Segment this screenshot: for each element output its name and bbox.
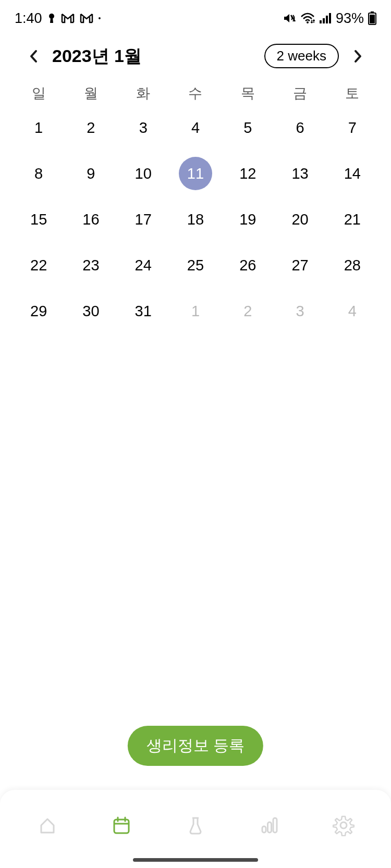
signal-icon xyxy=(319,13,332,23)
weekday-label: 일 xyxy=(13,84,65,103)
weekday-label: 월 xyxy=(65,84,117,103)
calendar-grid: 1234567891011121314151617181920212223242… xyxy=(0,105,391,334)
nav-stats[interactable] xyxy=(249,804,290,846)
day-cell[interactable]: 29 xyxy=(13,288,65,334)
day-cell[interactable]: 15 xyxy=(13,196,65,242)
day-number: 30 xyxy=(82,303,99,320)
day-number: 14 xyxy=(344,165,361,182)
day-cell[interactable]: 22 xyxy=(13,242,65,288)
day-number: 5 xyxy=(243,119,252,137)
day-number: 8 xyxy=(34,165,43,182)
day-cell[interactable]: 31 xyxy=(117,288,169,334)
gmail-icon xyxy=(80,13,93,23)
day-number: 1 xyxy=(191,303,200,320)
gmail-icon xyxy=(61,13,75,23)
day-number: 3 xyxy=(296,303,304,320)
day-cell[interactable]: 11 xyxy=(169,151,222,196)
day-number: 20 xyxy=(291,211,308,228)
status-time: 1:40 xyxy=(15,10,42,27)
day-number: 15 xyxy=(30,211,47,228)
svg-rect-16 xyxy=(273,818,277,833)
day-number: 29 xyxy=(30,303,47,320)
day-cell[interactable]: 2 xyxy=(222,288,274,334)
day-number: 10 xyxy=(135,165,152,182)
day-cell[interactable]: 27 xyxy=(274,242,326,288)
status-left: 1:40 • xyxy=(15,10,101,27)
weekday-label: 목 xyxy=(222,84,274,103)
day-cell[interactable]: 7 xyxy=(326,105,378,151)
day-cell[interactable]: 21 xyxy=(326,196,378,242)
day-cell[interactable]: 25 xyxy=(169,242,222,288)
day-number: 4 xyxy=(191,119,200,137)
weekday-label: 금 xyxy=(274,84,326,103)
svg-point-2 xyxy=(307,21,309,23)
keyhole-icon xyxy=(47,13,56,24)
nav-lab[interactable] xyxy=(175,804,216,846)
day-cell[interactable]: 24 xyxy=(117,242,169,288)
day-cell[interactable]: 28 xyxy=(326,242,378,288)
day-cell[interactable]: 13 xyxy=(274,151,326,196)
day-cell[interactable]: 1 xyxy=(13,105,65,151)
day-number: 31 xyxy=(135,303,152,320)
day-number: 4 xyxy=(348,303,357,320)
dot-icon: • xyxy=(99,14,101,22)
nav-calendar[interactable] xyxy=(101,804,142,846)
wifi-icon xyxy=(300,13,315,24)
day-cell[interactable]: 9 xyxy=(65,151,117,196)
day-cell[interactable]: 30 xyxy=(65,288,117,334)
day-cell[interactable]: 6 xyxy=(274,105,326,151)
day-number: 24 xyxy=(135,257,152,274)
calendar-header: 2023년 1월 2 weeks xyxy=(0,31,391,79)
day-cell[interactable]: 2 xyxy=(65,105,117,151)
nav-home[interactable] xyxy=(27,804,68,846)
day-cell[interactable]: 16 xyxy=(65,196,117,242)
day-number: 6 xyxy=(296,119,304,137)
day-number: 26 xyxy=(239,257,256,274)
day-cell[interactable]: 4 xyxy=(169,105,222,151)
day-cell[interactable]: 26 xyxy=(222,242,274,288)
weekday-label: 수 xyxy=(169,84,222,103)
day-cell[interactable]: 19 xyxy=(222,196,274,242)
month-title: 2023년 1월 xyxy=(52,44,142,68)
register-info-button[interactable]: 생리정보 등록 xyxy=(128,726,263,766)
day-number: 13 xyxy=(291,165,308,182)
day-cell[interactable]: 17 xyxy=(117,196,169,242)
day-cell[interactable]: 1 xyxy=(169,288,222,334)
day-number: 2 xyxy=(243,303,252,320)
day-cell[interactable]: 10 xyxy=(117,151,169,196)
day-number: 21 xyxy=(344,211,361,228)
status-bar: 1:40 • 93% xyxy=(0,0,391,31)
day-number: 17 xyxy=(135,211,152,228)
day-number: 3 xyxy=(139,119,148,137)
status-right: 93% xyxy=(283,10,376,27)
day-cell[interactable]: 12 xyxy=(222,151,274,196)
day-number: 16 xyxy=(82,211,99,228)
nav-settings[interactable] xyxy=(323,804,364,846)
day-number: 25 xyxy=(187,257,204,274)
day-cell[interactable]: 4 xyxy=(326,288,378,334)
svg-rect-3 xyxy=(320,20,322,23)
day-cell[interactable]: 5 xyxy=(222,105,274,151)
day-cell[interactable]: 18 xyxy=(169,196,222,242)
view-toggle-button[interactable]: 2 weeks xyxy=(264,44,339,68)
svg-rect-4 xyxy=(323,18,325,23)
day-cell[interactable]: 3 xyxy=(117,105,169,151)
svg-rect-10 xyxy=(114,820,129,833)
day-number: 18 xyxy=(187,211,204,228)
day-number: 12 xyxy=(239,165,256,182)
day-number: 22 xyxy=(30,257,47,274)
day-number: 7 xyxy=(348,119,357,137)
gesture-bar[interactable] xyxy=(133,858,258,862)
svg-rect-14 xyxy=(262,826,266,833)
day-cell[interactable]: 14 xyxy=(326,151,378,196)
mute-icon xyxy=(283,13,296,24)
weekday-label: 화 xyxy=(117,84,169,103)
day-cell[interactable]: 3 xyxy=(274,288,326,334)
next-month-button[interactable] xyxy=(347,46,368,67)
day-cell[interactable]: 8 xyxy=(13,151,65,196)
prev-month-button[interactable] xyxy=(23,46,44,67)
day-cell[interactable]: 23 xyxy=(65,242,117,288)
day-cell[interactable]: 20 xyxy=(274,196,326,242)
day-number: 19 xyxy=(239,211,256,228)
svg-rect-9 xyxy=(370,15,375,23)
